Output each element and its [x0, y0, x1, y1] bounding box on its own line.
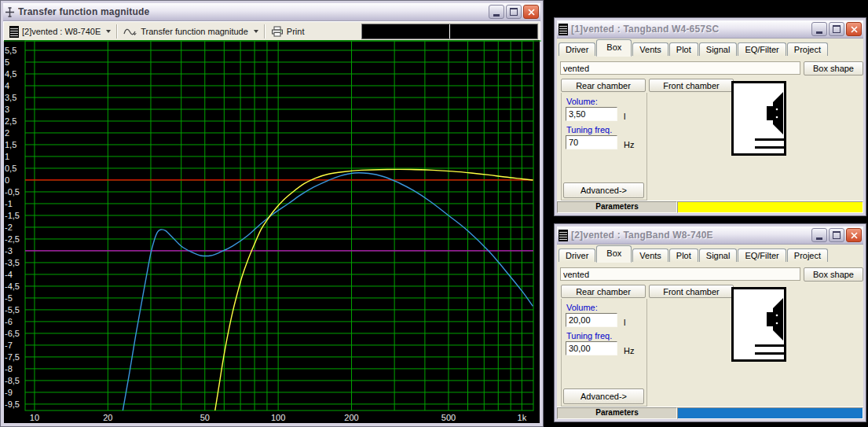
tab-plot[interactable]: Plot	[669, 248, 698, 262]
plot-window-titlebar[interactable]: Transfer function magnitude	[3, 3, 540, 21]
maximize-button[interactable]	[829, 22, 844, 36]
graph-type-label: Transfer function magnitude	[141, 27, 248, 36]
close-icon	[851, 26, 858, 33]
svg-text:-5,5: -5,5	[5, 305, 20, 315]
print-button[interactable]: Print	[267, 23, 309, 40]
tab-driver[interactable]: Driver	[559, 42, 595, 56]
volume-input[interactable]	[566, 313, 617, 327]
minimize-button[interactable]	[489, 5, 504, 19]
svg-text:-2,5: -2,5	[5, 234, 20, 244]
vented-box-drawing	[731, 287, 786, 362]
toolbar-separator	[264, 24, 266, 39]
close-button[interactable]	[846, 22, 862, 36]
svg-text:-1: -1	[5, 199, 13, 208]
svg-text:-7,5: -7,5	[5, 352, 20, 362]
plot-window: Transfer function magnitude [2]vented : …	[0, 0, 544, 427]
waveform-icon	[123, 27, 137, 37]
advanced-button[interactable]: Advanced->	[563, 182, 644, 198]
window-titlebar[interactable]: [1]vented : Tangband W4-657SC	[557, 20, 863, 39]
svg-text:4,5: 4,5	[5, 69, 16, 79]
window-titlebar[interactable]: [2]vented : TangBand W8-740E	[557, 226, 863, 245]
toolbar-separator	[116, 24, 118, 39]
svg-text:-6: -6	[5, 317, 13, 326]
minimize-button[interactable]	[811, 228, 827, 242]
volume-unit: l	[624, 112, 625, 121]
tuning-freq-unit: Hz	[624, 140, 634, 149]
readout-magnitude	[450, 24, 537, 39]
tab-vents[interactable]: Vents	[632, 42, 668, 56]
project-window-1: [1]vented : Tangband W4-657SC Driver Box…	[554, 17, 866, 216]
rear-chamber-button[interactable]: Rear chamber	[561, 285, 646, 298]
close-icon	[528, 9, 535, 16]
tab-project[interactable]: Project	[787, 42, 828, 56]
transfer-function-chart[interactable]: 5,554,543,532,521,510,50-0,5-1-1,5-2-2,5…	[4, 40, 541, 424]
driver-magnet-icon	[767, 106, 774, 120]
svg-text:4: 4	[5, 81, 9, 90]
chevron-down-icon	[254, 30, 258, 33]
front-chamber-button[interactable]: Front chamber	[649, 79, 734, 92]
tab-bar: Driver Box Vents Plot Signal EQ/Filter P…	[557, 39, 863, 57]
svg-text:50: 50	[200, 413, 210, 422]
rear-chamber-panel: Volume: l Tuning freq. Hz Advanced->	[561, 93, 647, 201]
close-button[interactable]	[523, 5, 539, 19]
plot-area[interactable]: 5,554,543,532,521,510,50-0,5-1-1,5-2-2,5…	[4, 40, 540, 423]
crosshair-icon	[5, 7, 15, 17]
tab-bar: Driver Box Vents Plot Signal EQ/Filter P…	[557, 245, 863, 263]
volume-label: Volume:	[566, 97, 598, 106]
svg-text:-4: -4	[5, 270, 13, 279]
status-bar: Parameters	[557, 407, 863, 419]
svg-text:-8: -8	[5, 364, 13, 374]
minimize-button[interactable]	[811, 22, 827, 36]
vented-box-drawing	[731, 81, 786, 156]
volume-input[interactable]	[566, 107, 617, 121]
svg-text:2: 2	[5, 128, 9, 138]
tab-box[interactable]: Box	[596, 245, 632, 263]
box-tab-content: Box shape Rear chamber Front chamber Vol…	[557, 56, 863, 201]
front-chamber-button[interactable]: Front chamber	[649, 285, 734, 298]
tab-eq-filter[interactable]: EQ/Filter	[738, 248, 786, 262]
tab-signal[interactable]: Signal	[699, 42, 738, 56]
maximize-button[interactable]	[506, 5, 522, 19]
project-window-2: [2]vented : TangBand W8-740E Driver Box …	[554, 223, 866, 422]
close-button[interactable]	[846, 228, 862, 242]
tab-plot[interactable]: Plot	[669, 42, 698, 56]
svg-text:2,5: 2,5	[5, 116, 16, 126]
svg-text:-6,5: -6,5	[5, 329, 20, 338]
tab-eq-filter[interactable]: EQ/Filter	[738, 42, 786, 56]
project-selector-label: [2]vented : W8-740E	[22, 27, 101, 36]
box-diagram	[731, 287, 786, 362]
box-shape-button[interactable]: Box shape	[804, 61, 863, 75]
tuning-freq-unit: Hz	[624, 346, 634, 355]
svg-text:5: 5	[5, 57, 9, 67]
advanced-button[interactable]: Advanced->	[563, 388, 644, 404]
project-selector-dropdown[interactable]: [2]vented : W8-740E	[5, 23, 115, 40]
svg-text:3: 3	[5, 105, 9, 114]
graph-type-dropdown[interactable]: Transfer function magnitude	[119, 23, 262, 40]
rear-chamber-button[interactable]: Rear chamber	[561, 79, 646, 92]
box-diagram	[731, 81, 786, 156]
tuning-freq-input[interactable]	[566, 341, 617, 355]
box-shape-button[interactable]: Box shape	[804, 267, 863, 282]
maximize-button[interactable]	[829, 228, 844, 242]
tuning-freq-input[interactable]	[566, 135, 617, 149]
tab-vents[interactable]: Vents	[632, 248, 668, 262]
svg-text:100: 100	[271, 413, 285, 422]
vent-tube-icon	[755, 344, 785, 347]
status-progress	[677, 407, 863, 419]
status-bar: Parameters	[557, 201, 863, 213]
tuning-freq-label: Tuning freq.	[566, 331, 612, 340]
status-progress	[677, 201, 863, 213]
box-name-input[interactable]	[560, 267, 800, 281]
tab-driver[interactable]: Driver	[559, 248, 595, 262]
svg-text:-7: -7	[5, 340, 13, 350]
tab-signal[interactable]: Signal	[699, 248, 738, 262]
box-name-input[interactable]	[560, 61, 800, 75]
tab-box[interactable]: Box	[596, 39, 632, 57]
box-tab-content: Box shape Rear chamber Front chamber Vol…	[557, 262, 863, 407]
svg-text:1,5: 1,5	[5, 140, 16, 149]
window-title: [2]vented : TangBand W8-740E	[571, 230, 808, 241]
progress-fill	[678, 408, 863, 418]
tab-project[interactable]: Project	[787, 248, 828, 262]
plot-toolbar: [2]vented : W8-740E Transfer function ma…	[3, 21, 540, 42]
readout-frequency	[362, 24, 449, 39]
